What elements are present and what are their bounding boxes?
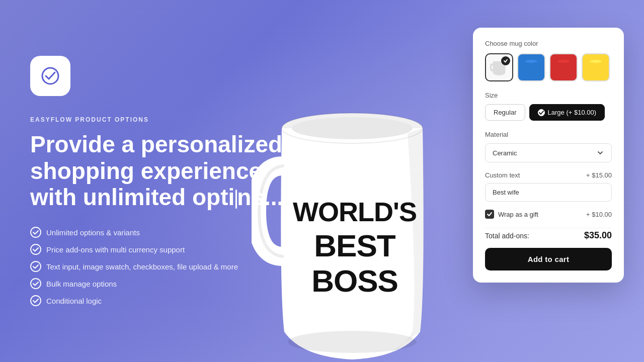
svg-point-2 <box>31 227 41 237</box>
checkbox-check-icon <box>487 211 493 217</box>
wrap-gift-checkbox[interactable] <box>485 210 494 219</box>
total-amount: $35.00 <box>584 230 612 241</box>
product-card: Choose mug color <box>473 28 624 283</box>
color-section-label: Choose mug color <box>485 40 612 47</box>
size-large-label: Large (+ $10.00) <box>548 109 596 116</box>
custom-text-label: Custom text <box>485 171 520 179</box>
checkmark-icon <box>538 109 545 116</box>
color-swatch-blue[interactable] <box>517 53 545 81</box>
add-to-cart-button[interactable]: Add to cart <box>485 248 612 270</box>
chevron-down-icon <box>596 149 604 157</box>
check-icon <box>30 244 41 255</box>
color-swatch-red[interactable] <box>549 53 578 81</box>
feature-label: Text input, image swatch, checkboxes, fi… <box>46 262 238 271</box>
check-icon <box>30 278 41 289</box>
svg-point-16 <box>590 60 602 63</box>
logo-checkmark-icon <box>38 63 63 88</box>
svg-point-6 <box>31 296 41 306</box>
size-buttons: Regular Large (+ $10.00) <box>485 104 612 121</box>
custom-text-price: + $15.00 <box>586 171 612 179</box>
svg-point-3 <box>31 244 41 254</box>
size-regular-button[interactable]: Regular <box>485 104 525 121</box>
headline: Provide a personalized shopping experien… <box>30 131 292 211</box>
feature-item: Conditional logic <box>30 295 614 306</box>
swatch-check-icon <box>501 56 510 65</box>
wrap-label: Wrap as a gift <box>498 211 538 218</box>
color-swatch-yellow[interactable] <box>582 53 610 81</box>
feature-label: Conditional logic <box>46 297 102 305</box>
mug-yellow-icon <box>587 59 605 75</box>
material-label: Material <box>485 131 612 138</box>
check-icon <box>30 227 41 238</box>
color-swatch-white[interactable] <box>485 53 513 81</box>
check-icon <box>30 261 41 272</box>
total-label: Total add-ons: <box>485 232 529 240</box>
custom-text-input[interactable] <box>485 183 612 202</box>
color-swatches <box>485 53 612 81</box>
svg-point-13 <box>288 331 417 353</box>
size-large-button[interactable]: Large (+ $10.00) <box>529 104 605 121</box>
wrap-left: Wrap as a gift <box>485 210 538 219</box>
custom-text-header: Custom text + $15.00 <box>485 171 612 179</box>
check-icon <box>30 295 41 306</box>
total-row: Total add-ons: $35.00 <box>485 228 612 241</box>
svg-point-5 <box>31 279 41 289</box>
feature-label: Unlimited options & variants <box>46 228 140 237</box>
svg-point-4 <box>31 261 41 272</box>
wrap-row: Wrap as a gift + $10.00 <box>485 210 612 219</box>
feature-label: Price add-ons with multi currency suppor… <box>46 245 185 254</box>
logo-box <box>30 56 70 96</box>
feature-label: Bulk manage options <box>46 280 117 288</box>
size-label: Size <box>485 92 612 99</box>
material-select[interactable]: Ceramic <box>485 143 612 162</box>
mug-red-icon <box>554 59 573 75</box>
headline-text: Provide a personalized shopping experien… <box>30 131 283 211</box>
mug-blue-icon <box>522 59 540 75</box>
material-value: Ceramic <box>493 149 517 157</box>
svg-point-15 <box>557 60 570 63</box>
svg-point-14 <box>525 60 537 63</box>
wrap-price: + $10.00 <box>586 211 612 218</box>
